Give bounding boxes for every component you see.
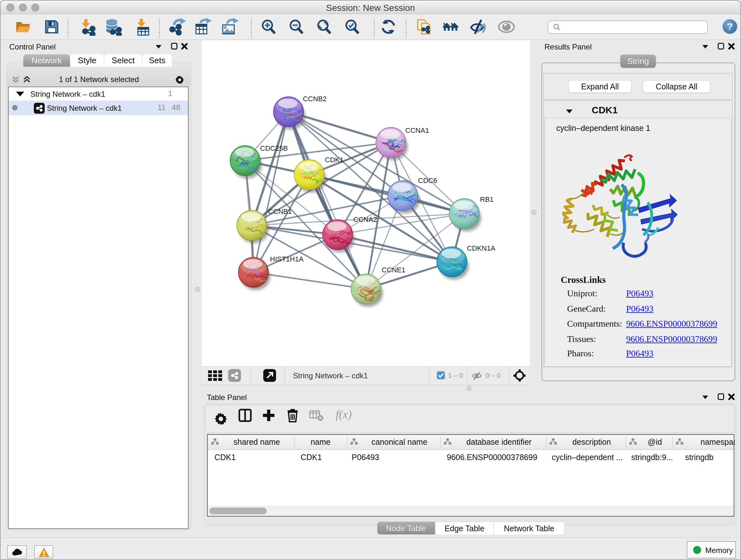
svg-text:CDC25B: CDC25B	[260, 144, 288, 152]
svg-text:CCNB2: CCNB2	[303, 95, 327, 103]
svg-text:CCNA1: CCNA1	[405, 126, 429, 134]
svg-text:CCNA2: CCNA2	[353, 215, 377, 224]
svg-text:CCNB1: CCNB1	[268, 207, 292, 215]
svg-text:CDKN1A: CDKN1A	[467, 244, 495, 252]
svg-text:CDK1: CDK1	[325, 156, 344, 164]
svg-text:HIST1H1A: HIST1H1A	[270, 255, 304, 263]
svg-text:RB1: RB1	[480, 195, 494, 203]
svg-text:CCNE1: CCNE1	[382, 266, 406, 274]
svg-text:CDC6: CDC6	[418, 177, 437, 185]
